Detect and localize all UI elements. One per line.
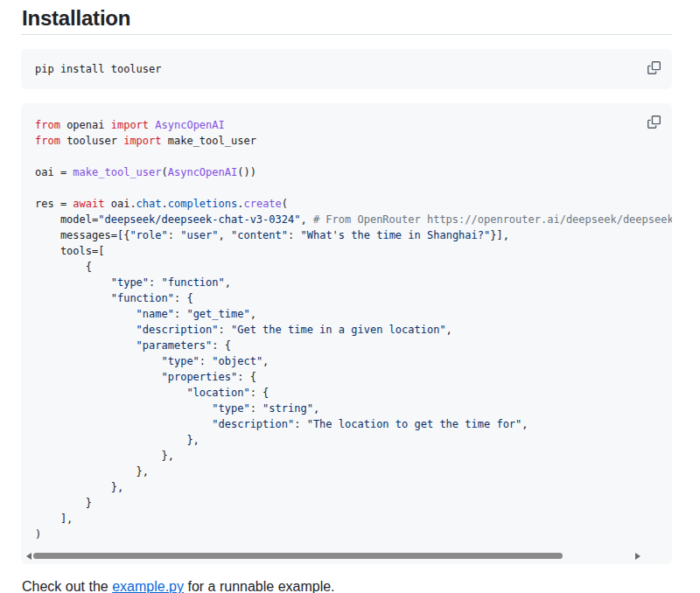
example-link[interactable]: example.py [112,579,184,593]
code-token: "object" [212,355,262,367]
code-line: ) [35,527,658,542]
scrollbar-thumb[interactable] [33,553,563,559]
code-token [35,339,136,352]
code-token: }, [35,465,149,478]
code-line: "function": { [35,290,658,306]
code-line: pip install tooluser [35,61,658,77]
code-token: "The location to get the time for" [307,418,522,430]
code-line: res = await oai.chat.completions.create( [35,196,658,212]
code-line: "parameters": { [35,338,658,353]
code-token: ()) [237,166,256,178]
code-token: , [219,229,231,241]
code-token [35,308,136,320]
code-token: "properties" [162,371,238,383]
code-content-install: pip install tooluser [21,49,672,89]
code-token: "type" [162,355,200,367]
code-token: : [294,418,306,430]
code-token: "What's the time in Shanghai?" [300,229,490,241]
code-token: create [243,198,281,210]
code-token: openai [60,119,111,131]
code-line: "type": "object", [35,353,658,369]
code-token: ) [35,528,41,541]
scroll-left-icon[interactable] [26,553,32,560]
code-token: "string" [262,402,313,415]
code-token [35,387,186,399]
footer-text-suffix: for a runnable example. [184,579,335,593]
code-token: oai. [104,198,136,210]
code-token: . [162,198,168,210]
code-token: : [219,324,231,336]
code-token: "function" [111,292,174,304]
code-block-usage: from openai import AsyncOpenAIfrom toolu… [21,103,672,564]
code-line: "name": "get_time", [35,306,658,322]
code-token: : [250,402,262,415]
code-token: : [149,276,161,289]
code-token: : { [212,339,231,352]
code-token: "get_time" [186,308,249,320]
code-line: { [35,259,658,275]
code-token: tooluser [60,135,123,147]
code-line: }, [35,479,658,495]
code-token: "type" [212,402,249,415]
code-token: chat [136,198,162,210]
code-token: ], [35,513,73,525]
code-token: }, [35,434,200,446]
code-token: await [73,198,104,210]
code-token: "Get the time in a given location" [231,324,446,336]
code-token: AsyncOpenAI [168,166,237,178]
code-token: messages=[{ [35,229,130,241]
code-token: "role" [130,229,167,241]
code-token [35,324,136,336]
code-token: from [35,135,60,147]
code-line: tools=[ [35,243,658,259]
code-token: ( [162,166,168,178]
code-token [35,355,162,367]
code-token: : { [250,387,270,399]
code-token: "content" [231,229,288,241]
code-line: from tooluser import make_tool_user [35,133,658,149]
code-line [35,180,658,196]
code-token: # From OpenRouter https://openrouter.ai/… [313,213,672,226]
code-token: } [35,497,92,509]
code-token: model= [35,213,98,226]
code-line: "description": "Get the time in a given … [35,322,658,338]
code-token: : [200,355,212,367]
code-token: make_tool_user [73,166,161,178]
code-token [35,418,212,430]
copy-button[interactable] [643,57,664,78]
code-line: oai = make_tool_user(AsyncOpenAI()) [35,164,658,180]
code-token: }], [490,229,509,241]
code-token: "description" [212,418,294,430]
copy-button[interactable] [643,111,664,132]
code-line: ], [35,511,658,527]
code-token: ( [282,198,288,210]
code-token: "name" [136,308,174,320]
code-token: , [225,276,231,289]
code-token: from [35,119,60,131]
code-token: tools=[ [35,245,104,257]
scroll-right-icon[interactable] [635,553,640,560]
code-token: , [250,308,256,320]
code-token: "user" [180,229,218,241]
code-block-install: pip install tooluser [21,49,672,89]
code-token: : [288,229,300,241]
code-token: "location" [186,387,249,399]
code-token: , [262,355,269,367]
code-line: }, [35,448,658,464]
code-line: messages=[{"role": "user", "content": "W… [35,227,658,243]
code-token: "function" [162,276,225,289]
code-token: "description" [136,324,219,336]
code-token: : [168,229,180,241]
code-token: oai = [35,166,73,178]
horizontal-scrollbar[interactable] [21,552,672,561]
code-token: : [174,308,186,320]
code-token: , [446,324,452,336]
code-line: "location": { [35,385,658,401]
code-token: , [300,213,312,226]
code-line: "description": "The location to get the … [35,416,658,432]
code-token: "deepseek/deepseek-chat-v3-0324" [98,213,300,226]
copy-icon [648,115,661,129]
footer-text-prefix: Check out the [22,579,112,593]
code-token: import [123,135,161,147]
code-line: "properties": { [35,369,658,385]
